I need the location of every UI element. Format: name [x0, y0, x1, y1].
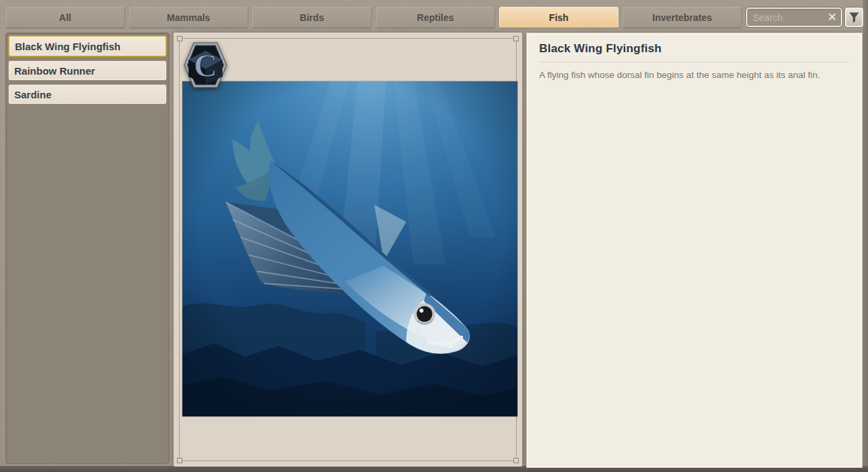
search-input[interactable] [747, 12, 825, 23]
tab-mammals[interactable]: Mammals [129, 7, 248, 28]
creature-illustration [182, 81, 517, 416]
list-item-black-wing-flyingfish[interactable]: Black Wing Flyingfish [8, 35, 167, 57]
frame-corner [177, 458, 182, 463]
tab-all[interactable]: All [5, 7, 125, 28]
creature-detail-panel: Black Wing Flyingfish A flying fish whos… [526, 33, 863, 468]
funnel-icon [849, 12, 859, 23]
tab-fish[interactable]: Fish [499, 7, 618, 28]
category-tabbar: All Mammals Birds Reptiles Fish Inverteb… [0, 0, 868, 31]
badge-letter: C [194, 47, 218, 83]
creature-image-panel: C [174, 33, 522, 467]
species-list: Black Wing Flyingfish Rainbow Runner Sar… [5, 33, 170, 464]
creature-title: Black Wing Flyingfish [539, 42, 850, 56]
frame-corner [177, 36, 182, 41]
filter-button[interactable] [845, 7, 863, 27]
creature-rank-badge: C [183, 41, 228, 89]
title-divider [539, 62, 850, 62]
tab-invertebrates[interactable]: Invertebrates [623, 7, 742, 28]
list-item-rainbow-runner[interactable]: Rainbow Runner [8, 60, 167, 81]
frame-corner [513, 36, 519, 41]
clear-search-icon[interactable]: ✕ [825, 10, 840, 25]
window-right-edge [863, 0, 868, 472]
list-item-sardine[interactable]: Sardine [8, 84, 167, 104]
creature-description: A flying fish whose dorsal fin begins at… [539, 69, 850, 82]
tab-birds[interactable]: Birds [252, 7, 372, 28]
frame-corner [513, 458, 519, 463]
search-box[interactable]: ✕ [746, 7, 842, 27]
tab-reptiles[interactable]: Reptiles [376, 7, 495, 28]
